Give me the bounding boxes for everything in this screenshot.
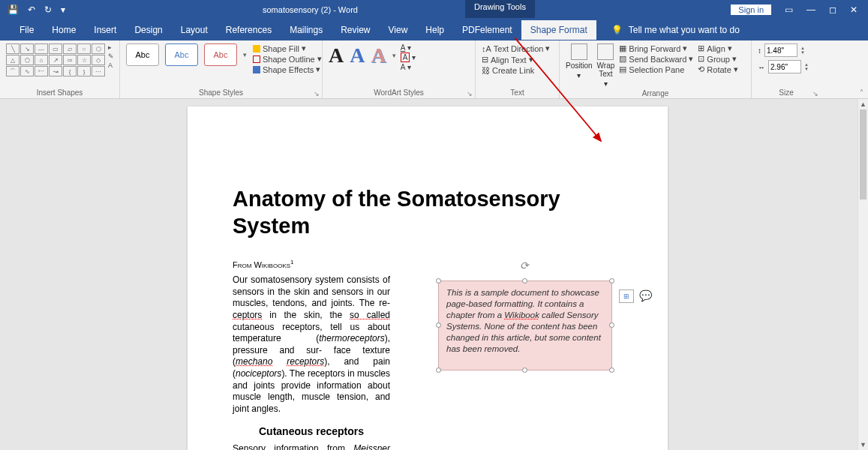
height-input[interactable] bbox=[764, 44, 797, 57]
rotate-handle-icon[interactable]: ⟳ bbox=[520, 259, 529, 272]
resize-handle-bm[interactable] bbox=[522, 368, 527, 373]
collapse-ribbon-icon[interactable]: ˄ bbox=[860, 88, 863, 97]
align-text-icon: ⊟ bbox=[482, 55, 488, 64]
selection-pane-button[interactable]: ▤ Selection Pane bbox=[619, 64, 693, 74]
tab-pdfelement[interactable]: PDFelement bbox=[453, 20, 521, 40]
create-link-button[interactable]: ⛓ Create Link bbox=[482, 66, 553, 75]
shape-styles-launcher-icon[interactable]: ↘ bbox=[314, 90, 320, 98]
save-icon[interactable]: 💾 bbox=[8, 4, 19, 15]
close-icon[interactable]: ✕ bbox=[850, 4, 857, 15]
resize-handle-tl[interactable] bbox=[436, 278, 441, 284]
tab-insert[interactable]: Insert bbox=[85, 20, 125, 40]
width-spinner[interactable]: ▲▼ bbox=[804, 62, 809, 71]
resize-handle-bl[interactable] bbox=[436, 368, 441, 373]
position-button[interactable]: Position▾ bbox=[566, 44, 593, 80]
tab-design[interactable]: Design bbox=[125, 20, 171, 40]
doc-paragraph-2[interactable]: Sensory information from Meissner corpus… bbox=[188, 437, 435, 450]
style-preset-3[interactable]: Abc bbox=[204, 44, 237, 66]
tab-home[interactable]: Home bbox=[43, 20, 85, 40]
height-spinner[interactable]: ▲▼ bbox=[800, 46, 805, 55]
tab-file[interactable]: File bbox=[11, 20, 43, 40]
resize-handle-tm[interactable] bbox=[522, 278, 527, 284]
signin-button[interactable]: Sign in bbox=[731, 4, 771, 15]
resize-handle-ml[interactable] bbox=[436, 322, 441, 328]
redo-icon[interactable]: ↻ bbox=[44, 4, 52, 15]
tell-me-placeholder: Tell me what you want to do bbox=[629, 25, 740, 35]
resize-handle-mr[interactable] bbox=[609, 322, 614, 328]
group-button[interactable]: ⊡ Group ▾ bbox=[698, 54, 737, 64]
outline-swatch-icon bbox=[253, 56, 260, 63]
wordart-launcher-icon[interactable]: ↘ bbox=[467, 90, 473, 98]
edit-shape-icon[interactable]: ✎ bbox=[108, 52, 114, 60]
size-launcher-icon[interactable]: ↘ bbox=[812, 90, 818, 98]
height-icon: ↕ bbox=[758, 46, 761, 55]
shape-fill-button[interactable]: Shape Fill ▾ bbox=[253, 44, 322, 53]
wordart-gallery[interactable]: A A A ▾ bbox=[329, 44, 396, 68]
shape-styles-gallery[interactable]: Abc Abc Abc ▾ bbox=[126, 44, 247, 66]
document-page[interactable]: Anatomy of the Somatosensory System From… bbox=[188, 106, 668, 450]
contextual-tab-label: Drawing Tools bbox=[465, 0, 535, 18]
text-direction-button[interactable]: ↕A Text Direction ▾ bbox=[482, 44, 553, 53]
qat-more-icon[interactable]: ▾ bbox=[61, 4, 65, 15]
wordart-preset-3[interactable]: A bbox=[371, 44, 386, 68]
undo-icon[interactable]: ↶ bbox=[28, 4, 35, 15]
lightbulb-icon: 💡 bbox=[611, 25, 623, 35]
tab-shape-format[interactable]: Shape Format bbox=[521, 20, 596, 40]
group-wordart-styles: A A A ▾ A ▾ A ▾ A ▾ WordArt Styles↘ bbox=[323, 40, 476, 98]
resize-handle-br[interactable] bbox=[609, 368, 614, 373]
shape-outline-button[interactable]: Shape Outline ▾ bbox=[253, 54, 322, 64]
tab-references[interactable]: References bbox=[217, 20, 281, 40]
group-insert-shapes: ╲↘—▭▱○⬡ △⬠⌂↗⇨☆◇ ⌒∿⬳↝{}⋯ ▸ ✎ A Insert Sha… bbox=[0, 40, 120, 98]
group-icon: ⊡ bbox=[698, 54, 704, 64]
rotate-button[interactable]: ⟲ Rotate ▾ bbox=[698, 64, 737, 74]
doc-paragraph-1[interactable]: Our somatosensory system consists of sen… bbox=[188, 268, 435, 415]
scroll-thumb[interactable] bbox=[860, 110, 866, 200]
link-icon: ⛓ bbox=[482, 66, 490, 75]
selected-textbox[interactable]: This is a sample document to showcase pa… bbox=[438, 280, 612, 370]
scroll-up-icon[interactable]: ▲ bbox=[858, 99, 868, 110]
doc-subheading[interactable]: Cutaneous receptors bbox=[188, 415, 435, 437]
tab-mailings[interactable]: Mailings bbox=[281, 20, 332, 40]
send-backward-icon: ▨ bbox=[619, 54, 626, 64]
fill-swatch-icon bbox=[253, 45, 260, 52]
wordart-preset-2[interactable]: A bbox=[350, 44, 365, 68]
position-icon bbox=[571, 44, 587, 60]
text-outline-button[interactable]: A ▾ bbox=[401, 52, 416, 62]
tab-help[interactable]: Help bbox=[416, 20, 453, 40]
tell-me-search[interactable]: 💡 Tell me what you want to do bbox=[611, 25, 740, 35]
send-backward-button[interactable]: ▨ Send Backward ▾ bbox=[619, 54, 693, 64]
wrap-text-icon bbox=[597, 44, 614, 60]
shapes-more-icon[interactable]: ▸ bbox=[108, 44, 114, 51]
comment-indicator-icon[interactable]: 💬 bbox=[639, 290, 652, 302]
group-label-shape-styles: Shape Styles↘ bbox=[126, 87, 316, 98]
ribbon-display-icon[interactable]: ▭ bbox=[785, 4, 793, 15]
align-button[interactable]: ⊞ Align ▾ bbox=[698, 44, 737, 53]
tab-review[interactable]: Review bbox=[332, 20, 379, 40]
width-icon: ↔ bbox=[758, 63, 765, 71]
maximize-icon[interactable]: ◻ bbox=[829, 4, 836, 15]
style-preset-2[interactable]: Abc bbox=[165, 44, 198, 66]
text-fill-button[interactable]: A ▾ bbox=[401, 44, 416, 52]
layout-options-button[interactable]: ⊞ bbox=[619, 290, 634, 303]
doc-source[interactable]: From Wikibooks1 bbox=[188, 240, 668, 269]
wrap-text-button[interactable]: Wrap Text▾ bbox=[597, 44, 615, 88]
align-text-button[interactable]: ⊟ Align Text ▾ bbox=[482, 55, 553, 64]
group-label-text: Text bbox=[482, 87, 553, 98]
bring-forward-button[interactable]: ▦ Bring Forward ▾ bbox=[619, 44, 693, 53]
style-preset-1[interactable]: Abc bbox=[126, 44, 159, 66]
resize-handle-tr[interactable] bbox=[609, 278, 614, 284]
scroll-down-icon[interactable]: ▼ bbox=[858, 440, 868, 450]
shape-effects-button[interactable]: Shape Effects ▾ bbox=[253, 64, 322, 74]
minimize-icon[interactable]: — bbox=[806, 4, 815, 15]
selection-pane-icon: ▤ bbox=[619, 64, 626, 74]
tab-layout[interactable]: Layout bbox=[172, 20, 217, 40]
tab-view[interactable]: View bbox=[380, 20, 417, 40]
width-input[interactable] bbox=[768, 60, 801, 74]
doc-heading[interactable]: Anatomy of the Somatosensory System bbox=[188, 106, 668, 240]
text-effects-button[interactable]: A ▾ bbox=[401, 63, 416, 71]
shapes-gallery[interactable]: ╲↘—▭▱○⬡ △⬠⌂↗⇨☆◇ ⌒∿⬳↝{}⋯ bbox=[6, 44, 105, 76]
text-box-icon[interactable]: A bbox=[108, 62, 114, 69]
wordart-preset-1[interactable]: A bbox=[329, 44, 344, 68]
vertical-scrollbar[interactable]: ▲ ▼ bbox=[857, 99, 868, 450]
document-workspace[interactable]: Anatomy of the Somatosensory System From… bbox=[0, 99, 857, 450]
